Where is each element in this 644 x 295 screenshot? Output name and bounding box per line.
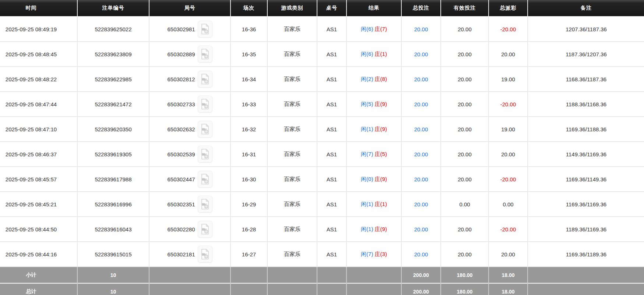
column-header-time: 时间 bbox=[0, 0, 77, 17]
cell-remark: 1188.36/1168.36 bbox=[528, 92, 644, 117]
summary-empty-round bbox=[149, 267, 230, 283]
cell-bet-id: 522839619305 bbox=[77, 142, 149, 167]
round-number: 650302889 bbox=[167, 51, 195, 57]
cell-game-type: 百家乐 bbox=[267, 42, 317, 67]
result-banker: 庄(3) bbox=[375, 251, 387, 257]
cell-time: 2025-09-25 08:46:37 bbox=[0, 142, 77, 167]
video-replay-button[interactable] bbox=[198, 171, 212, 188]
video-replay-button[interactable] bbox=[198, 246, 212, 263]
cell-bet-id: 522839625022 bbox=[77, 17, 149, 42]
cell-table-no: AS1 bbox=[317, 167, 346, 192]
cell-table-no: AS1 bbox=[317, 117, 346, 142]
cell-total-bet: 20.00 bbox=[401, 217, 441, 242]
cell-bet-id: 522839623809 bbox=[77, 42, 149, 67]
cell-result: 闲(0) 庄(9) bbox=[346, 167, 401, 192]
table-row: 2025-09-25 08:46:37 522839619305 6503025… bbox=[0, 142, 644, 167]
video-replay-button[interactable] bbox=[198, 146, 212, 163]
cell-session: 16-29 bbox=[230, 192, 267, 217]
cell-result: 闲(2) 庄(8) bbox=[346, 67, 401, 92]
cell-round: 650302632 bbox=[149, 117, 230, 142]
cell-total-bet: 20.00 bbox=[401, 192, 441, 217]
table-row: 2025-09-25 08:45:21 522839616996 6503023… bbox=[0, 192, 644, 217]
cell-payout: 19.00 bbox=[489, 117, 528, 142]
result-player: 闲(2) bbox=[361, 76, 373, 82]
summary-count: 10 bbox=[77, 267, 149, 283]
table-row: 2025-09-25 08:45:57 522839617988 6503024… bbox=[0, 167, 644, 192]
cell-session: 16-33 bbox=[230, 92, 267, 117]
summary-empty-result bbox=[346, 267, 401, 283]
cell-session: 16-35 bbox=[230, 42, 267, 67]
cell-valid-bet: 20.00 bbox=[441, 117, 489, 142]
cell-time: 2025-09-25 08:44:50 bbox=[0, 217, 77, 242]
result-banker: 庄(8) bbox=[375, 76, 387, 82]
cell-round: 650302889 bbox=[149, 42, 230, 67]
summary-row: 总计 10 200.00 180.00 18.00 bbox=[0, 283, 644, 295]
video-replay-button[interactable] bbox=[198, 221, 212, 238]
video-file-icon bbox=[200, 174, 210, 185]
table-row: 2025-09-25 08:48:45 522839623809 6503028… bbox=[0, 42, 644, 67]
video-replay-button[interactable] bbox=[198, 21, 212, 38]
cell-table-no: AS1 bbox=[317, 142, 346, 167]
cell-total-bet: 20.00 bbox=[401, 67, 441, 92]
cell-payout: 0.00 bbox=[489, 192, 528, 217]
cell-game-type: 百家乐 bbox=[267, 117, 317, 142]
cell-round: 650302447 bbox=[149, 167, 230, 192]
cell-time: 2025-09-25 08:49:19 bbox=[0, 17, 77, 42]
round-number: 650302981 bbox=[167, 26, 195, 32]
video-replay-button[interactable] bbox=[198, 196, 212, 213]
cell-valid-bet: 20.00 bbox=[441, 17, 489, 42]
video-replay-button[interactable] bbox=[198, 121, 212, 138]
cell-table-no: AS1 bbox=[317, 192, 346, 217]
cell-valid-bet: 20.00 bbox=[441, 242, 489, 267]
cell-bet-id: 522839616043 bbox=[77, 217, 149, 242]
column-header-round_no: 局号 bbox=[149, 0, 230, 17]
summary-empty-session bbox=[230, 283, 267, 295]
round-number: 650302181 bbox=[167, 251, 195, 257]
summary-count: 10 bbox=[77, 283, 149, 295]
cell-payout: 20.00 bbox=[489, 242, 528, 267]
video-file-icon bbox=[200, 224, 210, 235]
cell-remark: 1169.36/1149.36 bbox=[528, 167, 644, 192]
cell-result: 闲(6) 庄(1) bbox=[346, 42, 401, 67]
result-player: 闲(1) bbox=[361, 126, 373, 132]
cell-game-type: 百家乐 bbox=[267, 242, 317, 267]
cell-valid-bet: 20.00 bbox=[441, 167, 489, 192]
result-player: 闲(1) bbox=[361, 226, 373, 232]
video-replay-button[interactable] bbox=[198, 46, 212, 63]
cell-round: 650302981 bbox=[149, 17, 230, 42]
summary-payout: 18.00 bbox=[489, 267, 528, 283]
bet-records-table: 时间注单编号局号场次游戏类别桌号结果总投注有效投注总派彩备注 2025-09-2… bbox=[0, 0, 644, 295]
video-replay-button[interactable] bbox=[198, 71, 212, 88]
cell-payout: -20.00 bbox=[489, 17, 528, 42]
video-file-icon bbox=[200, 124, 210, 135]
cell-remark: 1169.36/1188.36 bbox=[528, 117, 644, 142]
result-banker: 庄(1) bbox=[375, 51, 387, 57]
cell-payout: -20.00 bbox=[489, 217, 528, 242]
video-file-icon bbox=[200, 74, 210, 85]
result-banker: 庄(9) bbox=[375, 176, 387, 182]
result-player: 闲(1) bbox=[361, 201, 373, 207]
summary-empty-remark bbox=[528, 267, 644, 283]
cell-payout: -20.00 bbox=[489, 167, 528, 192]
cell-session: 16-30 bbox=[230, 167, 267, 192]
summary-empty-session bbox=[230, 267, 267, 283]
video-replay-button[interactable] bbox=[198, 96, 212, 113]
result-banker: 庄(5) bbox=[375, 151, 387, 157]
summary-valid-bet: 180.00 bbox=[441, 283, 489, 295]
summary-empty-remark bbox=[528, 283, 644, 295]
result-player: 闲(0) bbox=[361, 176, 373, 182]
cell-result: 闲(1) 庄(1) bbox=[346, 192, 401, 217]
cell-time: 2025-09-25 08:47:44 bbox=[0, 92, 77, 117]
cell-payout: 19.00 bbox=[489, 67, 528, 92]
video-file-icon bbox=[200, 24, 210, 35]
cell-time: 2025-09-25 08:45:57 bbox=[0, 167, 77, 192]
video-file-icon bbox=[200, 49, 210, 60]
table-header: 时间注单编号局号场次游戏类别桌号结果总投注有效投注总派彩备注 bbox=[0, 0, 644, 17]
cell-total-bet: 20.00 bbox=[401, 167, 441, 192]
table-row: 2025-09-25 08:49:19 522839625022 6503029… bbox=[0, 17, 644, 42]
cell-bet-id: 522839617988 bbox=[77, 167, 149, 192]
result-banker: 庄(9) bbox=[375, 101, 387, 107]
result-banker: 庄(7) bbox=[375, 26, 387, 32]
table-row: 2025-09-25 08:44:16 522839615015 6503021… bbox=[0, 242, 644, 267]
summary-total-bet: 200.00 bbox=[401, 267, 441, 283]
